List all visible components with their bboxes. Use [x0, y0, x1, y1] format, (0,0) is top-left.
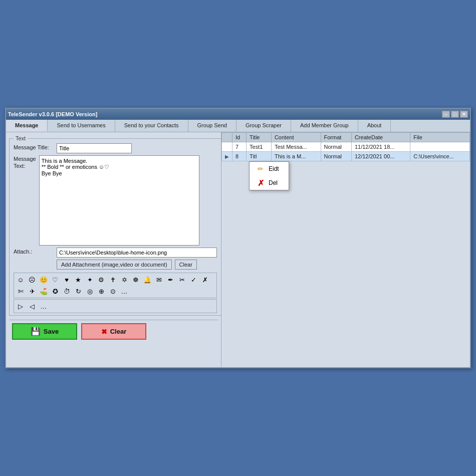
- emoji-star[interactable]: ★: [73, 274, 84, 285]
- emoji-timer[interactable]: ⏱: [61, 286, 72, 297]
- tab-message[interactable]: Message: [6, 120, 48, 132]
- col-createdate[interactable]: CreateDate: [351, 133, 410, 142]
- tab-send-contacts[interactable]: Send to your Contacts: [115, 120, 188, 132]
- close-button[interactable]: ✕: [460, 111, 468, 118]
- row1-createdate: 11/12/2021 18...: [351, 142, 410, 152]
- emoji-grin[interactable]: 😊: [38, 274, 49, 285]
- emoji-heart[interactable]: ♥: [61, 274, 72, 285]
- row2-content: This is a M...: [271, 152, 321, 161]
- save-button[interactable]: 💾 Save: [12, 323, 77, 340]
- emoji-more: …: [119, 286, 130, 297]
- text-group: Text Message Title: Message Text: This i…: [9, 135, 221, 316]
- col-title[interactable]: Title: [247, 133, 272, 142]
- edit-icon: ✏: [257, 165, 265, 173]
- attach-input[interactable]: [57, 248, 217, 258]
- attachment-buttons-row: Add Attachment (image,video or document)…: [14, 260, 217, 270]
- emoji-scissors[interactable]: ✂: [176, 274, 187, 285]
- context-edit-label: Eidt: [269, 165, 279, 172]
- message-title-row: Message Title:: [14, 143, 217, 153]
- clear-icon: ✖: [101, 328, 107, 336]
- col-arrow: [222, 133, 232, 142]
- tab-group-scraper[interactable]: Group Scraper: [236, 120, 291, 132]
- col-file[interactable]: File: [410, 133, 470, 142]
- emoji-refresh[interactable]: ↻: [73, 286, 84, 297]
- row1-id: 7: [232, 142, 247, 152]
- emoji-row2-3[interactable]: …: [38, 301, 49, 312]
- save-label: Save: [44, 328, 59, 335]
- row1-format: Normal: [321, 142, 351, 152]
- emoji-row2-2[interactable]: ◁: [27, 301, 38, 312]
- attach-label: Attach.:: [14, 248, 54, 255]
- row2-arrow: ▶: [222, 152, 232, 161]
- emoji-dot-circle[interactable]: ⊙: [107, 286, 118, 297]
- emoji-plus-circle[interactable]: ⊕: [96, 286, 107, 297]
- emoji-scissors2[interactable]: ✄: [15, 286, 26, 297]
- data-table: Id Title Content Format CreateDate File …: [221, 132, 470, 161]
- message-text-row: Message Text: This is a Message. ** Bold…: [14, 155, 217, 246]
- emoji-bell[interactable]: 🔔: [142, 274, 153, 285]
- emoji-flag[interactable]: ⛳: [38, 286, 49, 297]
- row1-content: Test Messa...: [271, 142, 321, 152]
- tab-send-usernames[interactable]: Send to Usernames: [48, 120, 115, 132]
- emoji-gear[interactable]: ⚙: [96, 274, 107, 285]
- text-group-legend: Text: [14, 135, 28, 141]
- title-bar: TeleSender v3.0.6 [DEMO Version] ─ □ ✕: [6, 109, 470, 120]
- left-panel: Text Message Title: Message Text: This i…: [6, 132, 221, 367]
- table-row[interactable]: ▶ 8 Titl This is a M... Normal 12/12/202…: [222, 152, 470, 161]
- save-icon: 💾: [31, 327, 41, 336]
- emoji-checkmark[interactable]: ✓: [188, 274, 199, 285]
- emoji-cross[interactable]: ✝: [107, 274, 118, 285]
- emoji-plane[interactable]: ✈: [27, 286, 38, 297]
- emoji-envelope[interactable]: ✉: [153, 274, 164, 285]
- row1-title: Test1: [247, 142, 272, 152]
- message-title-input[interactable]: [57, 143, 132, 153]
- right-panel: Id Title Content Format CreateDate File …: [221, 132, 470, 367]
- row2-format: Normal: [321, 152, 351, 161]
- emoji-row2-1[interactable]: ▷: [15, 301, 26, 312]
- delete-icon: ✗: [257, 179, 265, 187]
- clear-attachment-button[interactable]: Clear: [175, 260, 197, 270]
- table-row[interactable]: 7 Test1 Test Messa... Normal 11/12/2021 …: [222, 142, 470, 152]
- tab-add-member[interactable]: Add Member Group: [291, 120, 358, 132]
- col-format[interactable]: Format: [321, 133, 351, 142]
- maximize-button[interactable]: □: [451, 111, 459, 118]
- clear-button[interactable]: ✖ Clear: [81, 323, 146, 340]
- title-bar-buttons: ─ □ ✕: [442, 111, 468, 118]
- context-menu: ✏ Eidt ✗ Del: [249, 161, 289, 190]
- minimize-button[interactable]: ─: [442, 111, 450, 118]
- bottom-buttons: 💾 Save ✖ Clear: [9, 320, 218, 343]
- tab-about[interactable]: About: [358, 120, 391, 132]
- message-text-sublabel: Text:: [14, 162, 25, 169]
- message-title-label: Message Title:: [14, 143, 54, 150]
- message-label: Message: [14, 155, 36, 162]
- emoji-smile[interactable]: ☺: [15, 274, 26, 285]
- context-del-label: Del: [269, 179, 278, 186]
- row1-arrow: [222, 142, 232, 152]
- emoji-dharma[interactable]: ☸: [130, 274, 141, 285]
- tab-bar: Message Send to Usernames Send to your C…: [6, 120, 470, 132]
- emoji-circled-star[interactable]: ✪: [50, 286, 61, 297]
- emoji-pen[interactable]: ✒: [165, 274, 176, 285]
- main-content: Text Message Title: Message Text: This i…: [6, 132, 470, 367]
- emoji-sparkle[interactable]: ✦: [84, 274, 95, 285]
- emoji-grid-2: ▷ ◁ …: [14, 299, 217, 313]
- emoji-target[interactable]: ◎: [84, 286, 95, 297]
- add-attachment-button[interactable]: Add Attachment (image,video or document): [57, 260, 172, 270]
- message-text-labels: Message Text:: [14, 155, 36, 169]
- row1-file: [410, 142, 470, 152]
- emoji-sad[interactable]: ☹: [27, 274, 38, 285]
- emoji-xmark[interactable]: ✗: [199, 274, 210, 285]
- emoji-grid: ☺ ☹ 😊 ♡ ♥ ★ ✦ ⚙ ✝ ✡ ☸ 🔔 ✉ ✒ ✂: [14, 273, 217, 298]
- message-textarea[interactable]: This is a Message. ** Bold ** or emotico…: [39, 155, 199, 246]
- row2-createdate: 12/12/2021 00...: [351, 152, 410, 161]
- context-menu-del[interactable]: ✗ Del: [250, 176, 289, 190]
- row2-id: 8: [232, 152, 247, 161]
- col-content[interactable]: Content: [271, 133, 321, 142]
- tab-group-send[interactable]: Group Send: [188, 120, 236, 132]
- emoji-star-of-david[interactable]: ✡: [119, 274, 130, 285]
- col-id[interactable]: Id: [232, 133, 247, 142]
- context-menu-edit[interactable]: ✏ Eidt: [250, 162, 289, 176]
- emoji-heart-outline[interactable]: ♡: [50, 274, 61, 285]
- attach-row: Attach.:: [14, 248, 217, 258]
- window-title: TeleSender v3.0.6 [DEMO Version]: [8, 111, 97, 117]
